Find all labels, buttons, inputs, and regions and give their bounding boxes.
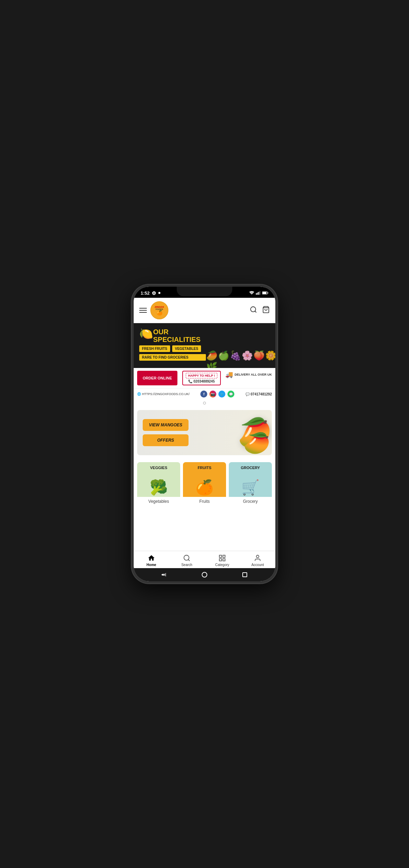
svg-rect-13 [223,555,225,557]
category-card-grocery[interactable]: GROCERY 🛒 Grocery [229,462,272,505]
phone-frame: 1:52 ZINGOX [132,285,277,583]
menu-button[interactable] [139,308,147,313]
website-url: HTTPS://ZINGOXFOODS.CO.UK/ [142,392,190,396]
our-label: OUR [153,328,201,336]
svg-rect-12 [219,555,222,557]
happy-text: HAPPY TO HELP ! [186,373,218,378]
svg-line-8 [255,311,256,312]
carousel-dots [134,400,275,407]
delivery-text: DELIVERY ALL OVER UK [234,373,272,376]
view-mangoes-button[interactable]: VIEW MANGOES [143,419,189,431]
svg-point-10 [184,555,189,560]
grocery-emoji: 🛒 [241,480,259,495]
status-icons [249,291,268,295]
search-icon [250,306,257,313]
badge-fresh-fruits: FRESH FRUITS [139,345,170,352]
veggies-label-top: VEGGIES [150,466,167,470]
nav-search-label: Search [181,563,192,567]
wifi-icon [249,291,254,295]
veggies-label-bottom: Vegetables [137,497,180,505]
dot-1[interactable] [203,402,206,404]
category-card-veggies[interactable]: VEGGIES 🥦 Vegetables [137,462,180,505]
home-icon [147,554,156,562]
category-card-fruits[interactable]: FRUITS 🍊 Fruits [183,462,226,505]
bottom-nav: Home Search Category Account [134,551,275,568]
category-section: VEGGIES 🥦 Vegetables FRUITS 🍊 Fruits [134,459,275,509]
nav-account[interactable]: Account [240,554,275,567]
dot-icon [158,292,160,294]
nav-home-label: Home [147,563,156,567]
svg-rect-5 [267,292,268,294]
mango-image: 🥭 🥭 [198,410,272,455]
nav-account-label: Account [251,563,264,567]
home-button[interactable] [201,571,208,579]
fruits-card-inner: FRUITS 🍊 [183,462,226,497]
battery-icon [262,291,268,295]
svg-rect-1 [257,293,258,295]
fruits-emoji: 🍊 [195,480,214,495]
badge-vegetables: VEGETABLES [172,345,201,352]
gear-icon [152,291,156,295]
veggies-emoji: 🥦 [150,480,168,495]
header-right [250,306,270,315]
whatsapp-icon[interactable]: 💬 [227,391,234,398]
hero-banner: 🍋 OUR SPECIALITIES FRESH FRUITS VEGETABL… [134,323,275,400]
cart-button[interactable] [262,306,270,315]
svg-rect-14 [219,559,222,561]
facebook-icon[interactable]: f [200,391,207,398]
svg-line-11 [188,559,190,561]
screen: 1:52 ZINGOX [134,287,275,581]
twitter-icon[interactable]: 🐦 [218,391,225,398]
badge-rare-groceries: RARE TO FIND GROCERIES [139,354,206,361]
signal-icon [256,291,261,295]
header-left: ZINGOX FOODS 🍊 [139,301,168,319]
svg-rect-6 [262,292,267,294]
offers-button[interactable]: OFFERS [143,434,189,446]
category-nav-icon [218,554,226,562]
time-display: 1:52 [141,290,150,296]
status-bar: 1:52 [134,287,275,298]
specialities-label: SPECIALITIES [153,336,201,343]
category-grid: VEGGIES 🥦 Vegetables FRUITS 🍊 Fruits [137,462,272,505]
badge-row: FRESH FRUITS VEGETABLES RARE TO FIND GRO… [139,345,206,361]
logo-brand: ZINGOX [155,306,164,308]
app-logo: ZINGOX FOODS 🍊 [150,301,168,319]
svg-rect-0 [256,293,257,295]
app-header: ZINGOX FOODS 🍊 [134,298,275,323]
svg-point-7 [251,307,256,312]
svg-rect-2 [258,292,259,295]
back-button[interactable] [160,571,168,579]
svg-rect-3 [260,291,260,295]
grocery-label-top: GROCERY [241,466,260,470]
status-time: 1:52 [141,290,160,296]
social-icons: f 📷 🐦 💬 [200,391,234,398]
svg-point-16 [256,555,259,558]
mango-buttons: VIEW MANGOES OFFERS [137,413,194,452]
svg-marker-19 [161,574,164,576]
account-nav-icon [253,554,262,562]
mango-banner: VIEW MANGOES OFFERS 🥭 🥭 [137,410,272,455]
svg-rect-15 [223,559,225,561]
fruits-label-bottom: Fruits [183,497,226,505]
grocery-label-bottom: Grocery [229,497,272,505]
nav-search[interactable]: Search [169,554,204,567]
nav-category-label: Category [215,563,229,567]
recent-button[interactable] [241,571,249,579]
instagram-icon[interactable]: 📷 [209,391,216,398]
grocery-card-inner: GROCERY 🛒 [229,462,272,497]
cart-icon [262,306,270,313]
android-nav [134,568,275,581]
fruits-label-top: FRUITS [198,466,211,470]
phone-number: 02034889245 [193,379,215,383]
nav-home[interactable]: Home [134,554,169,567]
nav-category[interactable]: Category [204,554,240,567]
search-button[interactable] [250,306,257,315]
search-nav-icon [183,554,191,562]
order-online-button[interactable]: ORDER ONLINE [137,371,177,385]
veggies-card-inner: VEGGIES 🥦 [137,462,180,497]
whatsapp-number: 07417481292 [251,392,272,396]
app-content: ZINGOX FOODS 🍊 [134,298,275,551]
